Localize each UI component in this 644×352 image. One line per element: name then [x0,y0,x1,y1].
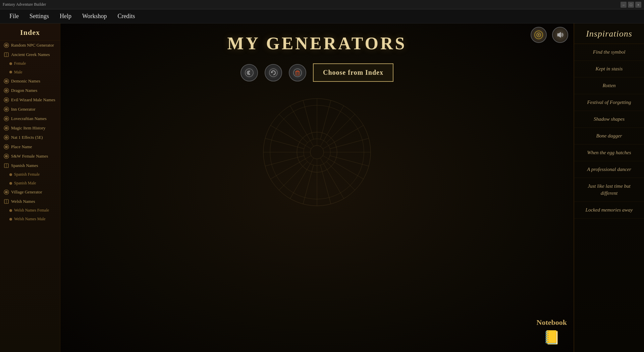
menubar: File Settings Help Workshop Credits [0,9,644,23]
menu-help[interactable]: Help [54,11,77,22]
svg-point-46 [293,69,302,77]
eye-icon [3,78,9,84]
svg-line-85 [323,156,328,159]
titlebar: Fantasy Adventure Builder – □ × [0,0,644,9]
sidebar-item-label: Magic Item History [11,125,46,131]
sidebar-item-spanish-male[interactable]: Spanish Male [0,179,60,188]
menu-credits[interactable]: Credits [112,11,141,22]
notebook-section[interactable]: Notebook 📒 [537,318,567,345]
close-button[interactable]: × [635,2,641,8]
eye-icon [3,87,9,94]
svg-line-62 [330,138,369,149]
sidebar-item-label: Place Name [11,144,32,150]
sidebar-item-label: Lovecraftian Names [11,116,47,122]
svg-point-44 [269,69,277,77]
inspiration-item-9[interactable]: Locked memories away [574,202,644,219]
notebook-title: Notebook [537,318,567,327]
sidebar-item-label: Spanish Names [11,163,38,169]
dot-icon [9,209,12,212]
sidebar-item-dragon-names[interactable]: Dragon Names [0,86,60,95]
inspiration-item-8[interactable]: Just like last time but different [574,178,644,202]
eye-icon [3,97,9,103]
dot-icon [9,182,12,185]
sound-button[interactable] [552,27,568,43]
sidebar-item-ancient-greek[interactable]: Ancient Greek Names [0,50,60,59]
inspiration-item-1[interactable]: Kept in stasis [574,61,644,77]
eye-icon [3,125,9,131]
eye-icon [3,106,9,112]
sidebar-item-label: Village Generator [11,189,42,195]
choose-from-index-button[interactable]: Choose from Index [313,63,393,82]
inspiration-item-0[interactable]: Find the symbol [574,44,644,61]
sidebar-item-label: Random NPC Generator [11,43,54,48]
sidebar-item-spanish-names[interactable]: Spanish Names [0,161,60,170]
svg-marker-45 [271,71,273,73]
svg-point-36 [6,192,7,192]
sidebar-item-sw-female[interactable]: S&W Female Names [0,152,60,161]
inspiration-item-3[interactable]: Festival of Forgetting [574,94,644,111]
sidebar-item-welsh-names[interactable]: Welsh Names [0,197,60,206]
svg-line-58 [320,100,331,139]
sidebar-item-random-npc[interactable]: Random NPC Generator [0,41,60,50]
svg-point-31 [6,156,7,157]
titlebar-title: Fantasy Adventure Builder [3,2,619,7]
menu-file[interactable]: File [4,11,24,22]
center-content: MY GENERATORS [60,23,574,352]
sidebar-item-male[interactable]: Male [0,68,60,77]
svg-point-2 [6,45,7,46]
inspiration-item-2[interactable]: Rotten [574,77,644,94]
svg-line-64 [330,156,369,166]
inspiration-item-6[interactable]: When the egg hatches [574,144,644,161]
sidebar-item-magic-item-history[interactable]: Magic Item History [0,123,60,133]
svg-line-91 [305,145,311,149]
sidebar-item-evil-wizard[interactable]: Evil Wizard Male Names [0,95,60,105]
inspiration-item-7[interactable]: A professional dancer [574,161,644,178]
svg-point-56 [310,145,324,159]
inspiration-item-5[interactable]: Bone dagger [574,128,644,144]
sidebar-item-label: Evil Wizard Male Names [11,97,55,103]
sidebar-item-label: Inn Generator [11,107,36,112]
sidebar-item-female[interactable]: Female [0,59,60,68]
svg-line-70 [303,165,314,204]
svg-point-22 [6,128,7,128]
menu-settings[interactable]: Settings [24,11,54,22]
sidebar-items: Random NPC GeneratorAncient Greek NamesF… [0,41,60,224]
sidebar-item-label: Welsh Names [11,199,35,204]
menu-workshop[interactable]: Workshop [77,11,112,22]
delete-button[interactable] [289,64,306,81]
inspirations-list: Find the symbolKept in stasisRottenFesti… [574,44,644,219]
eye-icon [3,116,9,122]
eye-icon [3,153,9,159]
svg-point-43 [245,69,253,77]
book-icon [3,198,9,204]
settings-orb-button[interactable] [531,27,547,43]
sidebar-item-inn-generator[interactable]: Inn Generator [0,105,60,114]
sidebar-item-welsh-male[interactable]: Welsh Names Male [0,215,60,224]
sidebar-item-welsh-female[interactable]: Welsh Names Female [0,206,60,215]
minimize-button[interactable]: – [621,2,627,8]
sidebar-item-place-name[interactable]: Place Name [0,142,60,152]
svg-point-28 [6,146,7,147]
sidebar-item-label: Ancient Greek Names [11,52,50,58]
sidebar-item-label: Spanish Male [14,181,36,186]
back-button[interactable] [240,64,258,81]
svg-point-7 [6,81,7,81]
dot-icon [9,173,12,176]
sidebar-item-village-generator[interactable]: Village Generator [0,187,60,197]
sidebar-item-demonic-names[interactable]: Demonic Names [0,76,60,86]
svg-point-19 [6,118,7,119]
svg-point-41 [538,34,539,36]
eye-icon [3,144,9,150]
inspiration-item-4[interactable]: Shadow shapes [574,111,644,128]
sidebar-item-spanish-female[interactable]: Spanish Female [0,170,60,179]
svg-point-13 [6,100,7,100]
main-layout: Index Random NPC GeneratorAncient Greek … [0,23,644,352]
sidebar-item-label: Welsh Names Female [14,208,49,213]
sidebar-item-nat1-effects[interactable]: Nat 1 Effects (5E) [0,133,60,142]
refresh-button[interactable] [265,64,282,81]
maximize-button[interactable]: □ [628,2,634,8]
top-controls [525,23,574,46]
sidebar-title: Index [0,23,60,41]
dot-icon [9,71,12,73]
sidebar-item-lovecraftian[interactable]: Lovecraftian Names [0,114,60,123]
